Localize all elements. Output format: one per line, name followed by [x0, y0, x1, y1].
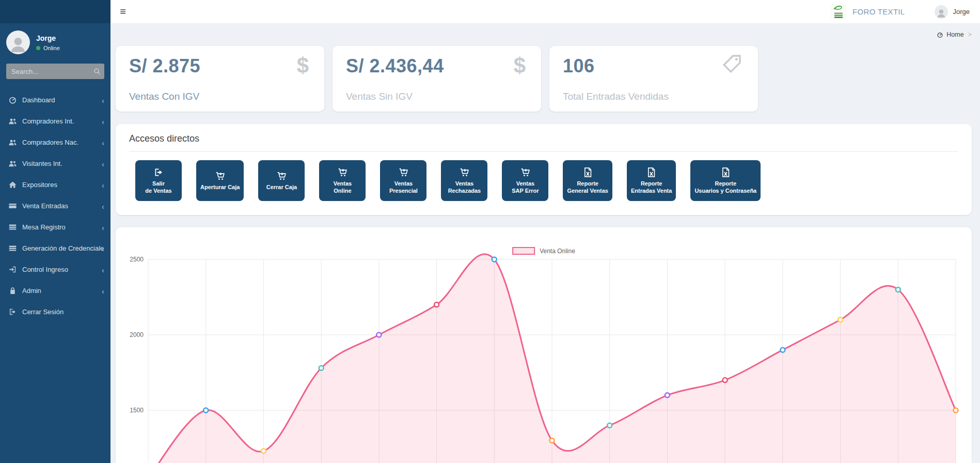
sidebar-top-strip — [0, 0, 110, 23]
search-input[interactable] — [6, 64, 104, 79]
shortcuts-title: Accesos directos — [129, 133, 958, 152]
tachometer-icon — [8, 96, 17, 104]
stat-card-ventas-con-igv: S/ 2.875 $ Ventas Con IGV — [116, 46, 324, 112]
sidebar-item-cerrar-sesion[interactable]: Cerrar Sesión — [0, 301, 110, 322]
sidebar-item-label: Venta Entradas — [22, 202, 68, 210]
navbar-user-name: Jorge — [953, 8, 970, 16]
file-excel-icon — [646, 167, 657, 178]
sign-out-icon — [8, 307, 17, 316]
button-label: Rechazadas — [448, 187, 481, 194]
sidebar-item-expositores[interactable]: Expositores ‹ — [0, 174, 110, 195]
sidebar-item-compradores-int[interactable]: Compradores Int. ‹ — [0, 111, 110, 132]
users-icon — [8, 117, 17, 126]
sidebar-item-mesa-registro[interactable]: Mesa Registro ‹ — [0, 217, 110, 238]
person-icon — [8, 34, 28, 54]
button-label: Usuarios y Contraseña — [694, 187, 756, 194]
shortcut-reporte-entradas-venta[interactable]: Reporte Entradas Venta — [627, 160, 676, 201]
cart-arrow-down-icon — [520, 167, 531, 178]
sidebar-item-venta-entradas[interactable]: Venta Entradas ‹ — [0, 195, 110, 217]
dashboard-icon — [937, 32, 943, 38]
sidebar-menu: Dashboard ‹ Compradores Int. ‹ Comprador… — [0, 86, 110, 322]
lock-icon — [8, 286, 17, 295]
credit-card-icon — [8, 202, 17, 210]
sidebar-item-label: Admin — [22, 287, 41, 295]
stat-value: 106 — [563, 55, 745, 77]
button-label: Ventas — [394, 180, 413, 187]
avatar — [935, 5, 948, 19]
dollar-icon: $ — [297, 53, 309, 78]
shortcut-ventas-presencial[interactable]: Ventas Presencial — [380, 160, 426, 201]
event-logo — [831, 4, 846, 20]
avatar — [6, 30, 30, 54]
button-label: Ventas — [334, 180, 352, 187]
table-icon — [8, 244, 17, 253]
user-status-label: Online — [43, 45, 60, 51]
person-icon — [936, 7, 947, 19]
users-icon — [8, 138, 17, 147]
button-label: Reporte — [715, 180, 737, 187]
chevron-left-icon: ‹ — [102, 117, 104, 126]
search-icon[interactable] — [93, 67, 101, 75]
shortcut-ventas-rechazadas[interactable]: Ventas Rechazadas — [441, 160, 487, 201]
button-label: SAP Error — [512, 187, 539, 194]
users-icon — [8, 159, 17, 168]
sidebar-item-visitantes-int[interactable]: Visitantes Int. ‹ — [0, 153, 110, 174]
sidebar-item-label: Visitantes Int. — [22, 160, 62, 167]
chevron-left-icon: ‹ — [102, 286, 104, 295]
button-label: Ventas — [455, 180, 473, 187]
sidebar-item-compradores-nac[interactable]: Compradores Nac. ‹ — [0, 132, 110, 153]
sidebar-item-control-ingreso[interactable]: Control Ingreso ‹ — [0, 259, 110, 280]
shortcut-reporte-usuarios-contrasena[interactable]: Reporte Usuarios y Contraseña — [690, 160, 761, 201]
stat-value: S/ 2.436,44 — [346, 55, 528, 77]
stat-label: Ventas Sin IGV — [346, 91, 413, 102]
shortcut-reporte-general-ventas[interactable]: Reporte General Ventas — [563, 160, 612, 201]
sidebar-item-admin[interactable]: Admin ‹ — [0, 280, 110, 301]
home-icon — [8, 180, 17, 189]
sales-chart-panel: Venta Online 250020001500 — [116, 227, 972, 463]
sign-in-icon — [8, 265, 17, 274]
brand[interactable]: FORO TEXTIL — [831, 4, 905, 20]
sidebar-item-label: Mesa Registro — [22, 223, 66, 231]
sidebar-user-panel: Jorge Online — [0, 23, 110, 60]
stat-label: Ventas Con IGV — [129, 91, 199, 102]
stat-card-ventas-sin-igv: S/ 2.436,44 $ Ventas Sin IGV — [333, 46, 541, 112]
table-icon — [8, 223, 17, 232]
sidebar-item-label: Expositores — [22, 181, 57, 189]
file-excel-icon — [582, 167, 593, 178]
chevron-left-icon: ‹ — [102, 223, 104, 232]
legend-swatch-icon — [512, 247, 535, 255]
cart-arrow-down-icon — [215, 171, 226, 181]
button-label: Aperturar Caja — [200, 183, 240, 191]
cart-arrow-down-icon — [398, 167, 409, 178]
sidebar-item-generacion-credenciales[interactable]: Generación de Credenciales ‹ — [0, 238, 110, 259]
shortcut-salir-de-ventas[interactable]: Salir de Ventas — [135, 160, 182, 201]
sidebar-item-dashboard[interactable]: Dashboard ‹ — [0, 89, 110, 111]
shortcut-cerrar-caja[interactable]: Cerrar Caja — [258, 160, 305, 201]
sign-out-icon — [153, 167, 164, 178]
shortcut-ventas-sap-error[interactable]: Ventas SAP Error — [502, 160, 548, 201]
sidebar-search — [6, 64, 104, 79]
cart-arrow-down-icon — [276, 171, 287, 181]
legend-label: Venta Online — [540, 248, 575, 255]
shortcut-ventas-online[interactable]: Ventas Online — [319, 160, 366, 201]
cart-arrow-down-icon — [337, 167, 348, 178]
chevron-left-icon: ‹ — [102, 244, 104, 253]
shortcuts-panel: Accesos directos Salir de Ventas Apertur… — [116, 124, 972, 215]
button-label: Online — [334, 187, 351, 194]
chevron-left-icon: ‹ — [102, 265, 104, 274]
chevron-left-icon: ‹ — [102, 138, 104, 147]
chart-legend[interactable]: Venta Online — [512, 247, 575, 255]
dollar-icon: $ — [514, 53, 526, 78]
shortcut-aperturar-caja[interactable]: Aperturar Caja — [196, 160, 244, 201]
stat-card-total-entradas: 106 Total Entradas Vendidas — [549, 46, 758, 112]
navbar-user-menu[interactable]: Jorge — [935, 5, 970, 19]
button-label: Cerrar Caja — [266, 183, 297, 191]
stat-value: S/ 2.875 — [129, 55, 311, 77]
cart-arrow-down-icon — [459, 167, 470, 178]
sidebar-item-label: Compradores Nac. — [22, 138, 78, 146]
breadcrumb-home[interactable]: Home — [937, 31, 963, 38]
sidebar-item-label: Dashboard — [22, 96, 55, 104]
hamburger-menu-button[interactable]: ≡ — [114, 0, 132, 23]
button-label: Salir — [152, 180, 165, 187]
venta-online-area-chart: 250020001500 — [116, 227, 972, 463]
